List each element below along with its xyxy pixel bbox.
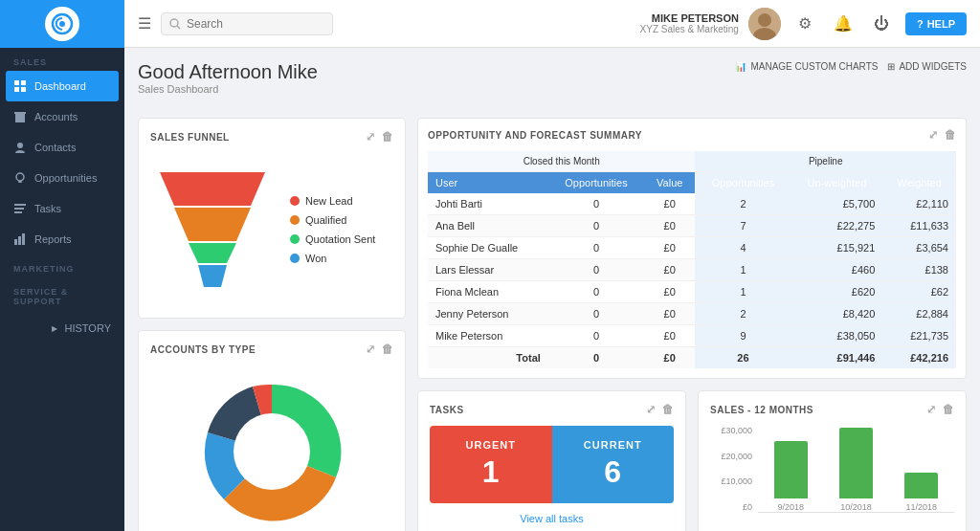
accounts-expand-icon[interactable]: ⤢ — [366, 343, 376, 356]
col-user: User — [428, 172, 548, 194]
sales-expand-icon[interactable]: ⤢ — [926, 403, 937, 416]
sidebar-section-sales: SALES — [0, 48, 124, 71]
sidebar-item-tasks[interactable]: Tasks — [0, 193, 124, 224]
sidebar-item-accounts-label: Accounts — [34, 111, 78, 122]
chart-icon — [13, 232, 27, 246]
sidebar-item-accounts[interactable]: Accounts — [0, 101, 124, 132]
sales-delete-icon[interactable]: 🗑 — [943, 403, 955, 416]
cell-pipe-unw: £22,275 — [791, 215, 883, 237]
sales-funnel-card: SALES FUNNEL ⤢ 🗑 — [138, 118, 406, 319]
cell-closed-val: £0 — [644, 259, 695, 281]
sidebar-item-history[interactable]: ▶ HISTORY — [0, 314, 124, 343]
bar-chart: £30,000 £20,000 £10,000 £0 9/2018 — [710, 426, 954, 513]
opp-delete-icon[interactable]: 🗑 — [945, 128, 957, 142]
cell-pipe-opp: 2 — [695, 193, 791, 215]
cell-pipe-unw: £5,700 — [791, 193, 883, 215]
svg-rect-3 — [21, 80, 26, 85]
svg-marker-23 — [160, 172, 265, 206]
cell-pipe-opp: 7 — [695, 215, 791, 237]
manage-charts-label: MANAGE CUSTOM CHARTS — [750, 61, 878, 72]
hamburger-menu-icon[interactable]: ☰ — [138, 14, 151, 33]
settings-icon[interactable]: ⚙ — [791, 10, 819, 38]
sidebar-item-tasks-label: Tasks — [34, 203, 61, 214]
manage-charts-button[interactable]: 📊 MANAGE CUSTOM CHARTS — [735, 61, 878, 72]
funnel-expand-icon[interactable]: ⤢ — [366, 130, 376, 144]
svg-point-27 — [234, 413, 310, 490]
svg-point-1 — [59, 21, 65, 27]
tasks-title: TASKS ⤢ 🗑 — [430, 403, 674, 416]
sidebar-logo — [0, 0, 124, 48]
table-row: Lars Elessar 0 £0 1 £460 £138 — [428, 259, 956, 281]
cell-pipe-opp: 2 — [695, 303, 791, 325]
search-box[interactable] — [161, 12, 333, 35]
urgent-count: 1 — [443, 454, 539, 490]
sidebar-item-contacts[interactable]: Contacts — [0, 132, 124, 163]
cell-user: Johti Barti — [428, 193, 548, 215]
table-row: Fiona Mclean 0 £0 1 £620 £62 — [428, 281, 956, 303]
logout-icon[interactable]: ⏻ — [867, 10, 896, 38]
search-input[interactable] — [187, 17, 311, 31]
cell-user: Mike Peterson — [428, 325, 548, 347]
svg-point-9 — [17, 143, 23, 148]
sales-12months-card: SALES - 12 MONTHS ⤢ 🗑 £30,000 £20,000 — [698, 390, 967, 531]
avatar[interactable] — [748, 8, 781, 40]
cell-pipe-w: £21,735 — [882, 325, 956, 347]
table-row: Johti Barti 0 £0 2 £5,700 £2,110 — [428, 193, 956, 215]
svg-rect-14 — [14, 211, 22, 213]
new-lead-label: New Lead — [305, 195, 353, 207]
person-icon — [13, 141, 27, 154]
sidebar-item-dashboard[interactable]: Dashboard — [6, 71, 119, 101]
current-box[interactable]: CURRENT 6 — [552, 426, 675, 503]
cell-pipe-opp: 9 — [695, 325, 791, 347]
cell-closed-opp: 0 — [548, 281, 644, 303]
bar-nov2018 — [904, 473, 938, 498]
notifications-icon[interactable]: 🔔 — [829, 10, 858, 38]
cell-closed-val: £0 — [644, 325, 695, 347]
accounts-delete-icon[interactable]: 🗑 — [382, 343, 394, 356]
tasks-delete-icon[interactable]: 🗑 — [662, 403, 675, 416]
funnel-delete-icon[interactable]: 🗑 — [382, 130, 394, 144]
svg-point-10 — [16, 173, 24, 181]
funnel-chart — [150, 163, 275, 297]
legend-won: Won — [290, 253, 375, 264]
opportunity-title: OPPORTUNITY AND FORECAST SUMMARY ⤢ 🗑 — [428, 128, 956, 142]
grid-add-icon: ⊞ — [887, 61, 895, 72]
dashboard-grid: SALES FUNNEL ⤢ 🗑 — [138, 118, 967, 531]
svg-rect-13 — [14, 208, 24, 210]
table-row: Ana Bell 0 £0 7 £22,275 £11,633 — [428, 215, 956, 237]
funnel-legend: New Lead Qualified Quotation Sent — [290, 195, 375, 264]
y-label-20k: £20,000 — [710, 452, 752, 461]
tasks-card-actions: ⤢ 🗑 — [646, 403, 674, 416]
urgent-box[interactable]: URGENT 1 — [430, 426, 552, 503]
opp-expand-icon[interactable]: ⤢ — [928, 128, 939, 142]
sales-12months-title: SALES - 12 MONTHS ⤢ 🗑 — [710, 403, 954, 416]
view-all-tasks-link[interactable]: View all tasks — [430, 513, 674, 524]
col-closed-val: Value — [644, 172, 695, 194]
cell-closed-opp: 0 — [548, 259, 644, 281]
cell-closed-val: £0 — [644, 215, 695, 237]
building-icon — [13, 110, 27, 123]
col-closed-opp: Opportunities — [548, 172, 644, 194]
add-widgets-button[interactable]: ⊞ ADD WIDGETS — [887, 61, 967, 72]
cell-closed-val: £0 — [644, 237, 695, 259]
tasks-expand-icon[interactable]: ⤢ — [646, 403, 657, 416]
cell-user: Ana Bell — [428, 215, 548, 237]
bar-oct2018 — [839, 428, 873, 498]
bar-label-sep: 9/2018 — [777, 502, 804, 512]
svg-rect-16 — [18, 236, 21, 245]
page-greeting: Good Afternoon Mike Sales Dashboard — [138, 61, 318, 95]
cell-pipe-unw: £15,921 — [791, 237, 883, 259]
table-row: Jenny Peterson 0 £0 2 £8,420 £2,884 — [428, 303, 956, 325]
cell-pipe-opp: 1 — [695, 281, 791, 303]
user-name: MIKE PETERSON — [640, 12, 739, 24]
cell-pipe-opp: 1 — [695, 259, 791, 281]
legend-qualified: Qualified — [290, 214, 375, 226]
cell-pipe-unw: £91,446 — [791, 347, 883, 369]
sidebar-item-opportunities[interactable]: Opportunities — [0, 163, 124, 193]
cell-user: Sophie De Gualle — [428, 237, 548, 259]
sidebar: SALES Dashboard Accounts Contacts Opport… — [0, 0, 124, 531]
table-row: Sophie De Gualle 0 £0 4 £15,921 £3,654 — [428, 237, 956, 259]
sidebar-item-reports[interactable]: Reports — [0, 224, 124, 254]
opportunity-table-body: Johti Barti 0 £0 2 £5,700 £2,110 Ana Bel… — [428, 193, 956, 368]
help-button[interactable]: ? HELP — [905, 12, 967, 35]
